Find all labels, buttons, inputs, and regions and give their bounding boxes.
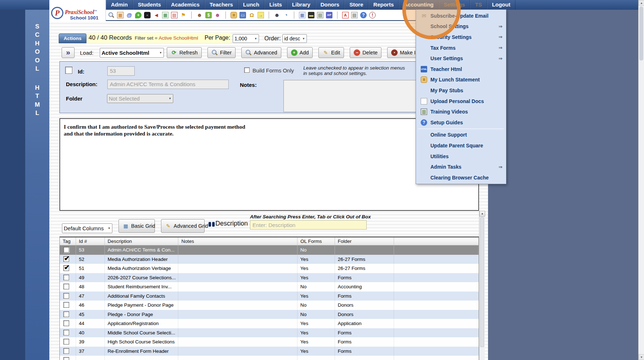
advanced-grid-button[interactable]: ✎Advanced Grid bbox=[161, 219, 205, 233]
column-header-description[interactable]: Description bbox=[105, 237, 179, 245]
notes-field[interactable] bbox=[283, 80, 418, 112]
column-header-id[interactable]: Id # bbox=[76, 237, 105, 245]
tag-checkbox[interactable] bbox=[63, 348, 69, 354]
grid-scrollbar[interactable]: ▲ bbox=[479, 211, 485, 360]
menu-item-training-videos[interactable]: ▥Training Videos bbox=[416, 106, 506, 117]
folder-select[interactable]: Not Selected▼ bbox=[107, 94, 173, 103]
nav-item-students[interactable]: Students bbox=[133, 0, 166, 10]
table-row-51[interactable]: 51Media Authorization VerbiageYes26-27 F… bbox=[60, 264, 479, 273]
menu-item-utilities[interactable]: Utilities bbox=[416, 151, 506, 162]
menu-item-clearing-browser-cache[interactable]: Clearing Browser Cache bbox=[416, 172, 506, 183]
actions-button[interactable]: Actions bbox=[59, 34, 86, 43]
scroll-up-icon[interactable]: ▲ bbox=[639, 0, 644, 6]
nav-item-academics[interactable]: Academics bbox=[166, 0, 205, 10]
id-field[interactable]: 53 bbox=[107, 66, 135, 76]
tag-checkbox[interactable] bbox=[63, 302, 69, 308]
tag-checkbox[interactable] bbox=[63, 293, 69, 299]
order-select[interactable]: id desc▼ bbox=[282, 34, 307, 43]
tag-checkbox[interactable] bbox=[63, 256, 69, 262]
menu-item-subscribe-update-email[interactable]: ✉Subscribe-Update Email bbox=[416, 10, 506, 21]
menu-item-online-support[interactable]: Online Support bbox=[416, 130, 506, 141]
pdf-icon[interactable]: A bbox=[342, 12, 349, 18]
table-row-49[interactable]: 492026-2027 Course Selections...YesForms bbox=[60, 273, 479, 283]
tag-checkbox[interactable] bbox=[63, 311, 69, 317]
menu-item-admin-tasks[interactable]: Admin Tasks⇒ bbox=[416, 161, 506, 172]
column-header-folder[interactable]: Folder bbox=[335, 237, 394, 245]
description-search-input[interactable] bbox=[250, 220, 367, 230]
page-scrollbar[interactable]: ▲ ▼ bbox=[638, 0, 644, 360]
family-icon[interactable]: ☻ bbox=[214, 12, 221, 18]
calendar-date-icon[interactable]: ▤ bbox=[171, 12, 178, 18]
money-icon[interactable]: $ bbox=[205, 12, 212, 18]
nav-item-reports[interactable]: Reports bbox=[368, 0, 399, 10]
menu-item-upload-personal-docs[interactable]: Upload Personal Docs bbox=[416, 96, 506, 107]
nav-item-teachers[interactable]: Teachers bbox=[205, 0, 238, 10]
build-forms-only-checkbox[interactable] bbox=[244, 67, 250, 73]
tag-checkbox[interactable] bbox=[63, 265, 69, 271]
nav-item-donors[interactable]: Donors bbox=[316, 0, 345, 10]
description-field[interactable]: Admin ACH/CC Terms & Conditions bbox=[107, 80, 229, 89]
basic-grid-button[interactable]: ▦Basic Grid bbox=[118, 219, 155, 233]
logo[interactable]: P PraxiSchool™ School 1001 bbox=[49, 0, 106, 21]
schedule-grid-icon[interactable]: ▦ bbox=[162, 12, 169, 18]
search-icon[interactable] bbox=[108, 12, 115, 18]
megaphone-icon[interactable]: ⚑ bbox=[180, 12, 187, 18]
calendar-icon[interactable]: ▦ bbox=[117, 12, 124, 18]
menu-item-my-pay-stubs[interactable]: My Pay Stubs bbox=[416, 85, 506, 96]
menu-item-setup-guides[interactable]: ?Setup Guides bbox=[416, 117, 506, 128]
tag-checkbox[interactable] bbox=[63, 247, 69, 253]
add-button[interactable]: +Add bbox=[287, 47, 313, 58]
nav-item-accounting[interactable]: Accounting bbox=[399, 0, 439, 10]
menu-item-school-settings[interactable]: School Settings⇒ bbox=[416, 21, 506, 32]
chat-add-icon[interactable]: + bbox=[135, 12, 142, 18]
per-page-select[interactable]: 1,000▼ bbox=[233, 34, 259, 43]
tag-checkbox[interactable] bbox=[63, 275, 69, 280]
column-header-ol-forms[interactable]: OL Forms bbox=[298, 237, 335, 245]
table-row-46[interactable]: 46Pledge Payment - Donor PageNoDonors bbox=[60, 301, 479, 310]
nav-item-library[interactable]: Library bbox=[287, 0, 316, 10]
ap-icon[interactable]: A/P bbox=[326, 12, 332, 18]
nav-item-settings[interactable]: Settings bbox=[439, 0, 470, 10]
table-row-45[interactable]: 45Pledge - Donor PageNoDonors bbox=[60, 310, 479, 319]
delete-button[interactable]: −Delete bbox=[350, 47, 381, 58]
forward-note-icon[interactable]: → bbox=[258, 12, 264, 18]
table-grid-icon[interactable]: ▦ bbox=[299, 12, 305, 18]
grid-scrollbar-thumb[interactable] bbox=[480, 217, 484, 347]
menu-item-update-parent-square[interactable]: Update Parent Square bbox=[416, 140, 506, 151]
column-header-notes[interactable]: Notes bbox=[178, 237, 297, 245]
table-row-44[interactable]: 44Application/RegistrationYesApplication bbox=[60, 319, 479, 328]
scroll-up-icon[interactable]: ▲ bbox=[479, 211, 485, 217]
speaker-icon[interactable]: ◀ bbox=[153, 12, 160, 18]
id-checkbox[interactable] bbox=[65, 67, 72, 74]
bell-icon[interactable]: Ω bbox=[249, 12, 255, 18]
menu-item-tax-forms[interactable]: Tax Forms⇒ bbox=[416, 43, 506, 53]
tag-checkbox[interactable] bbox=[63, 284, 69, 289]
load-select[interactable]: Active SchoolHtml▼ bbox=[100, 48, 164, 58]
credit-card-icon[interactable]: ▬ bbox=[308, 12, 314, 18]
staff-person-icon[interactable]: ☻ bbox=[274, 12, 280, 18]
expand-chevrons-button[interactable]: » bbox=[62, 47, 75, 58]
table-row-37[interactable]: 37Re-Enrollment Form HeaderYesForms bbox=[60, 347, 479, 356]
table-row-47[interactable]: 47Additional Family ContactsYesForms bbox=[60, 292, 479, 301]
nav-item-store[interactable]: Store bbox=[344, 0, 368, 10]
nav-item-admin[interactable]: Admin bbox=[106, 0, 133, 10]
menu-item-my-lunch-statement[interactable]: ≡My Lunch Statement bbox=[416, 75, 506, 85]
table-row[interactable] bbox=[60, 356, 479, 360]
nav-item-logout[interactable]: Logout bbox=[487, 0, 515, 10]
add-student-icon[interactable]: ☻ bbox=[196, 12, 203, 18]
cooler-icon[interactable]: ▭ bbox=[240, 12, 246, 18]
alert-icon[interactable]: ! bbox=[369, 12, 376, 18]
edit-button[interactable]: ✎Edit bbox=[318, 47, 344, 58]
mobile-phone-icon[interactable]: ▫ bbox=[144, 12, 151, 18]
table-row-39[interactable]: 39High School Course SelectionsYesForms bbox=[60, 337, 479, 347]
menu-item-teacher-html[interactable]: HTMLTeacher Html bbox=[416, 64, 506, 75]
nav-item-lunch[interactable]: Lunch bbox=[238, 0, 264, 10]
tag-checkbox[interactable] bbox=[63, 339, 69, 345]
menu-item-security-settings[interactable]: Security Settings⇒ bbox=[416, 32, 506, 43]
column-header-tag[interactable]: Tag bbox=[60, 237, 76, 245]
refresh-button[interactable]: ⟳Refresh bbox=[167, 47, 202, 58]
table-row-52[interactable]: 52Media Authorization HeaderYes26-27 For… bbox=[60, 255, 479, 264]
nav-item-ts[interactable]: TS bbox=[470, 0, 487, 10]
tag-checkbox[interactable] bbox=[63, 330, 69, 335]
page-scrollbar-thumb[interactable] bbox=[639, 6, 643, 61]
